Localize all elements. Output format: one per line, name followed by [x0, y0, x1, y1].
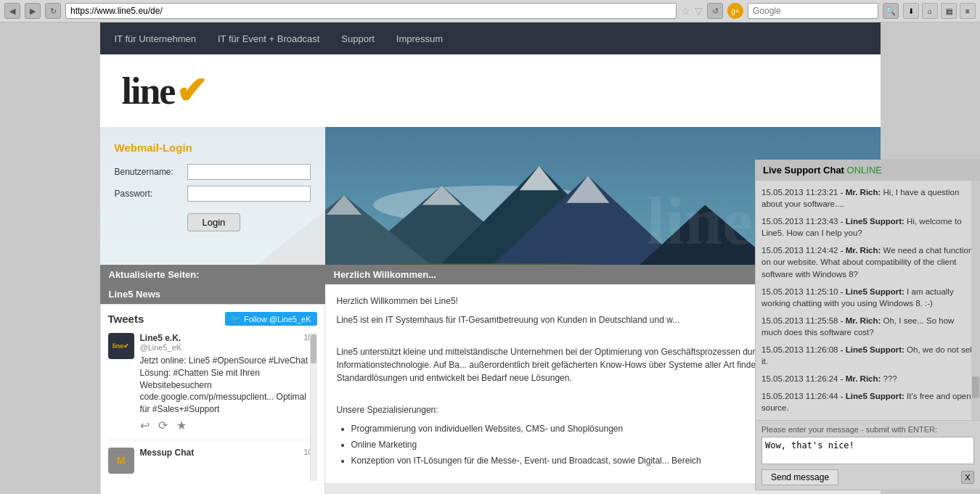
- tweet-name-2: Messup Chat: [140, 448, 195, 458]
- chat-status: ONLINE: [847, 165, 882, 176]
- nav-it-event-broadcast[interactable]: IT für Event + Broadcast: [218, 33, 319, 44]
- retweet-button[interactable]: ⟳: [158, 419, 168, 432]
- username-row: Benutzername:: [115, 164, 311, 180]
- url-bar[interactable]: [65, 3, 677, 19]
- tweet-item: line✔ Line5 e.K. 10h @Line5_eK Jetzt onl…: [108, 333, 317, 440]
- msg-sender-6: Line5 Support:: [846, 345, 905, 354]
- tweets-panel: Tweets 🐦 Follow @Line5_eK line✔: [100, 304, 325, 494]
- chat-input-area: Please enter your message - submit with …: [756, 420, 980, 490]
- download-icon[interactable]: ⬇: [903, 3, 919, 19]
- password-row: Passwort:: [115, 186, 311, 202]
- left-column: Aktualisierte Seiten: Line5 News Tweets …: [100, 265, 325, 494]
- login-title: Webmail-Login: [115, 141, 311, 154]
- chat-send-row: Send message X: [761, 469, 974, 485]
- chat-message-6: 15.05.2013 11:26:08 - Line5 Support: Oh,…: [761, 344, 974, 367]
- msg-time-1: 15.05.2013 11:23:21: [761, 188, 838, 197]
- home-icon[interactable]: ⌂: [922, 3, 938, 19]
- forward-button[interactable]: ▶: [25, 3, 41, 19]
- menu-icon[interactable]: ≡: [960, 3, 976, 19]
- logo-checkmark-icon: ✔: [176, 69, 208, 112]
- msg-sender-7: Mr. Rich:: [846, 374, 881, 383]
- msg-sender-4: Line5 Support:: [846, 287, 905, 296]
- msg-text-7: ???: [883, 374, 897, 383]
- logo-area: line ✔: [100, 54, 881, 127]
- twitter-bird-icon: 🐦: [231, 314, 241, 324]
- msg-time-3: 15.05.2013 11:24:42: [761, 246, 838, 255]
- tweet-avatar: line✔: [108, 333, 134, 359]
- chat-input-label: Please enter your message - submit with …: [761, 425, 974, 434]
- msg-time-7: 15.05.2013 11:26:24: [761, 374, 838, 383]
- chat-scroll-track[interactable]: [971, 181, 980, 420]
- logo[interactable]: line ✔: [122, 69, 208, 112]
- live-chat-panel: Live Support Chat ONLINE 15.05.2013 11:2…: [755, 160, 980, 490]
- msg-sender-3: Mr. Rich:: [846, 246, 881, 255]
- msg-time-5: 15.05.2013 11:25:58: [761, 316, 838, 325]
- search-input[interactable]: [748, 3, 878, 19]
- tweet-name: Line5 e.K.: [140, 333, 181, 343]
- chat-send-button[interactable]: Send message: [761, 469, 838, 485]
- password-input[interactable]: [187, 186, 311, 202]
- msg-sender-5: Mr. Rich:: [846, 316, 881, 325]
- chat-title: Live Support Chat: [763, 165, 844, 176]
- msg-sender-1: Mr. Rich:: [846, 188, 881, 197]
- scroll-thumb[interactable]: [311, 334, 317, 363]
- chat-scroll-thumb[interactable]: [972, 376, 979, 398]
- tweet-body-2: Messup Chat 10h: [140, 448, 317, 474]
- msg-time-2: 15.05.2013 11:23:43: [761, 217, 838, 226]
- password-label: Passwort:: [115, 189, 187, 199]
- msg-time-8: 15.05.2013 11:26:44: [761, 392, 838, 400]
- star-icon[interactable]: ☆: [681, 5, 690, 17]
- chat-message-3: 15.05.2013 11:24:42 - Mr. Rich: We need …: [761, 244, 974, 279]
- search-icon[interactable]: 🔍: [883, 3, 899, 19]
- refresh-icon[interactable]: ↺: [707, 3, 723, 19]
- top-nav: IT für Unternehmen IT für Event + Broadc…: [100, 22, 881, 54]
- username-label: Benutzername:: [115, 167, 187, 177]
- login-panel: Webmail-Login Benutzername: Passwort: Lo…: [100, 127, 325, 265]
- browser-actions: ⬇ ⌂ ▤ ≡: [903, 3, 976, 19]
- chat-message-4: 15.05.2013 11:25:10 - Line5 Support: I a…: [761, 286, 974, 309]
- tweet-item: M Messup Chat 10h: [108, 448, 317, 481]
- username-input[interactable]: [187, 164, 311, 180]
- favorite-button[interactable]: ★: [176, 419, 187, 432]
- chat-close-button[interactable]: X: [961, 471, 974, 484]
- scroll-track[interactable]: [310, 333, 317, 481]
- msg-sender-8: Line5 Support:: [846, 392, 905, 400]
- chat-message-2: 15.05.2013 11:23:43 - Line5 Support: Hi,…: [761, 215, 974, 239]
- star-down-icon[interactable]: ▽: [695, 5, 703, 17]
- nav-support[interactable]: Support: [341, 33, 375, 44]
- updated-pages-header: Aktualisierte Seiten:: [100, 265, 325, 284]
- bookmarks-icon[interactable]: ▤: [941, 3, 957, 19]
- tweet-body: Line5 e.K. 10h @Line5_eK Jetzt online: L…: [140, 333, 317, 432]
- chat-message-8: 15.05.2013 11:26:44 - Line5 Support: It'…: [761, 390, 974, 413]
- reload-button[interactable]: ↻: [45, 3, 61, 19]
- tweets-scroll-container: line✔ Line5 e.K. 10h @Line5_eK Jetzt onl…: [108, 333, 317, 481]
- tweet-avatar-2: M: [108, 448, 134, 474]
- chat-message-5: 15.05.2013 11:25:58 - Mr. Rich: Oh, I se…: [761, 315, 974, 338]
- nav-impressum[interactable]: Impressum: [396, 33, 443, 44]
- nav-it-unternehmen[interactable]: IT für Unternehmen: [115, 33, 196, 44]
- chat-message-7: 15.05.2013 11:26:24 - Mr. Rich: ???: [761, 373, 974, 384]
- tweets-header: Tweets 🐦 Follow @Line5_eK: [108, 312, 317, 326]
- tweets-title: Tweets: [108, 313, 144, 325]
- chat-message-1: 15.05.2013 11:23:21 - Mr. Rich: Hi, I ha…: [761, 186, 974, 210]
- browser-toolbar: ◀ ▶ ↻ ☆ ▽ ↺ g+ 🔍 ⬇ ⌂ ▤ ≡: [0, 0, 980, 22]
- tweet-handle: @Line5_eK: [140, 343, 317, 352]
- g-plus-icon[interactable]: g+: [727, 3, 743, 19]
- tweet-text: Jetzt online: Line5 #OpenSource #LiveCha…: [140, 355, 317, 416]
- msg-sender-2: Line5 Support:: [846, 217, 905, 226]
- tweet-actions: ↩ ⟳ ★: [140, 419, 317, 432]
- browser-chrome: ◀ ▶ ↻ ☆ ▽ ↺ g+ 🔍 ⬇ ⌂ ▤ ≡: [0, 0, 980, 22]
- msg-time-4: 15.05.2013 11:25:10: [761, 287, 838, 296]
- follow-button[interactable]: 🐦 Follow @Line5_eK: [225, 312, 317, 326]
- msg-time-6: 15.05.2013 11:26:08: [761, 345, 838, 354]
- news-header: Line5 News: [100, 284, 325, 304]
- login-button[interactable]: Login: [187, 213, 241, 231]
- reply-button[interactable]: ↩: [140, 419, 150, 432]
- logo-text: line: [122, 70, 175, 112]
- chat-input[interactable]: Wow, that's nice!: [761, 437, 974, 464]
- chat-header: Live Support Chat ONLINE: [756, 160, 980, 181]
- back-button[interactable]: ◀: [4, 3, 20, 19]
- chat-messages[interactable]: 15.05.2013 11:23:21 - Mr. Rich: Hi, I ha…: [756, 181, 980, 420]
